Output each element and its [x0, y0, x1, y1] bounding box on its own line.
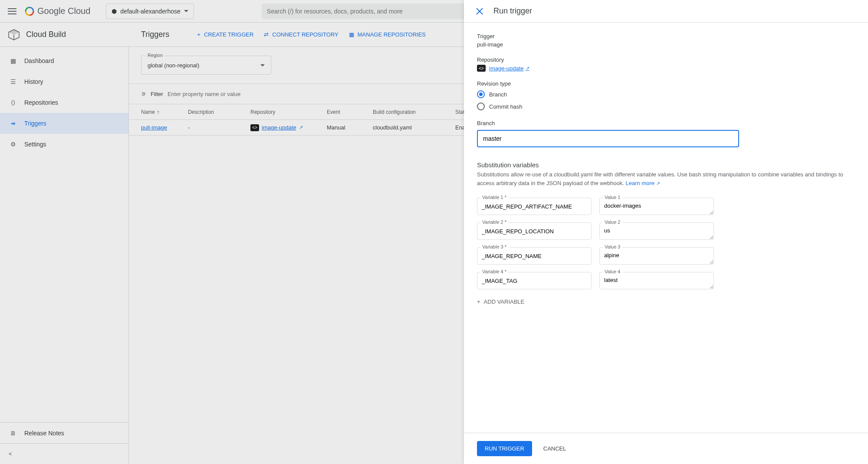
var4-name-input[interactable] [477, 272, 592, 289]
val3-label: Value 3 [603, 244, 622, 249]
revision-radio-group: Branch Commit hash [477, 90, 855, 110]
panel-header: Run trigger [464, 0, 868, 23]
panel-body: Trigger pull-image Repository <> image-u… [464, 23, 868, 433]
var2-label: Variable 2 * [480, 219, 508, 225]
external-link-icon: ↗ [526, 66, 529, 71]
val2-input[interactable]: us [599, 222, 714, 240]
val2-label: Value 2 [603, 219, 622, 225]
run-trigger-panel: Run trigger Trigger pull-image Repositor… [464, 0, 868, 464]
val1-input[interactable]: docker-images [599, 198, 714, 215]
var4-label: Variable 4 * [480, 269, 508, 274]
close-panel-button[interactable] [474, 6, 485, 17]
dim-overlay[interactable] [0, 0, 464, 464]
repository-label: Repository [477, 56, 855, 63]
branch-input[interactable] [477, 130, 739, 147]
variable-grid: Variable 1 * Value 1 docker-images Varia… [477, 198, 855, 291]
learn-more-link[interactable]: Learn more ↗ [626, 180, 660, 186]
subst-title: Substitution variables [477, 161, 855, 169]
var3-name-input[interactable] [477, 247, 592, 265]
revision-type-label: Revision type [477, 80, 855, 87]
val4-input[interactable]: latest [599, 272, 714, 289]
variable-row-2: Variable 2 * Value 2 us [477, 222, 855, 241]
revision-radio-commit[interactable]: Commit hash [477, 103, 855, 110]
panel-repository-link[interactable]: image-update ↗ [489, 65, 529, 72]
var3-label: Variable 3 * [480, 244, 508, 249]
variable-row-4: Variable 4 * Value 4 latest [477, 272, 855, 291]
branch-label: Branch [477, 120, 855, 126]
trigger-label: Trigger [477, 33, 855, 40]
plus-icon: + [477, 298, 480, 305]
val4-label: Value 4 [603, 269, 622, 274]
panel-footer: RUN TRIGGER CANCEL [464, 433, 868, 464]
trigger-value: pull-image [477, 41, 855, 48]
add-variable-button[interactable]: + ADD VARIABLE [477, 298, 855, 305]
variable-row-3: Variable 3 * Value 3 alpine [477, 247, 855, 266]
var2-name-input[interactable] [477, 222, 592, 240]
panel-title: Run trigger [493, 7, 532, 16]
repo-source-icon: <> [477, 65, 486, 72]
run-trigger-button[interactable]: RUN TRIGGER [477, 441, 532, 456]
val1-label: Value 1 [603, 195, 622, 200]
var1-label: Variable 1 * [480, 195, 508, 200]
external-link-icon: ↗ [656, 181, 660, 186]
var1-name-input[interactable] [477, 198, 592, 215]
variable-row-1: Variable 1 * Value 1 docker-images [477, 198, 855, 216]
revision-radio-branch[interactable]: Branch [477, 90, 855, 98]
val3-input[interactable]: alpine [599, 247, 714, 265]
cancel-button[interactable]: CANCEL [538, 441, 572, 456]
subst-description: Substitutions allow re-use of a cloudbui… [477, 170, 855, 187]
